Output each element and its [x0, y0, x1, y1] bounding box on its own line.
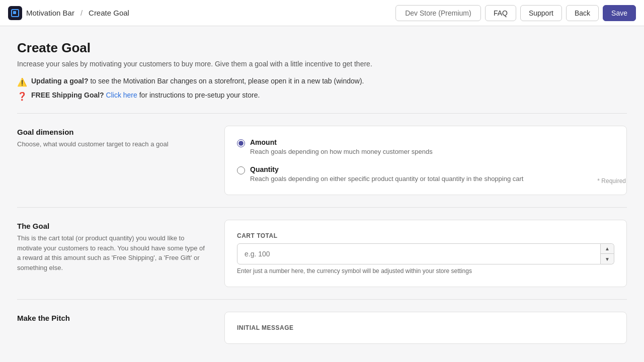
goal-dimension-card: Amount Reach goals depending on how much…: [224, 126, 627, 195]
radio-amount-content: Amount Reach goals depending on how much…: [250, 138, 433, 155]
the-goal-form: CART TOTAL * Required ▲ ▼ Enter just a n…: [224, 220, 627, 287]
radio-amount-desc: Reach goals depending on how much money …: [250, 148, 433, 155]
goal-dimension-options: Amount Reach goals depending on how much…: [224, 126, 627, 195]
info-icon: ❓: [17, 92, 27, 101]
radio-quantity-label: Quantity: [250, 165, 523, 173]
cart-total-input[interactable]: [237, 243, 601, 264]
goal-dimension-section: Goal dimension Choose, what would custom…: [17, 126, 627, 195]
divider-1: [17, 113, 627, 114]
the-goal-desc: This is the cart total (or product quant…: [17, 233, 208, 273]
initial-message-label: INITIAL MESSAGE: [237, 324, 614, 331]
back-button[interactable]: Back: [566, 5, 599, 21]
app-logo: [8, 6, 22, 20]
make-the-pitch-form: INITIAL MESSAGE: [224, 312, 627, 344]
divider-3: [17, 299, 627, 300]
radio-amount[interactable]: [237, 139, 245, 147]
spinner-controls: ▲ ▼: [601, 243, 614, 264]
save-button[interactable]: Save: [603, 5, 636, 21]
main-content: Create Goal Increase your sales by motiv…: [5, 26, 639, 358]
radio-quantity[interactable]: [237, 166, 245, 174]
radio-option-amount[interactable]: Amount Reach goals depending on how much…: [237, 138, 614, 155]
breadcrumb: Motivation Bar / Create Goal: [8, 6, 129, 20]
app-header: Motivation Bar / Create Goal Dev Store (…: [0, 0, 644, 26]
the-goal-card: CART TOTAL * Required ▲ ▼ Enter just a n…: [224, 220, 627, 287]
app-name: Motivation Bar: [26, 9, 74, 17]
click-here-link[interactable]: Click here: [106, 91, 137, 99]
make-the-pitch-title: Make the Pitch: [17, 314, 208, 322]
store-selector-button[interactable]: Dev Store (Premium): [395, 5, 481, 21]
radio-option-quantity[interactable]: Quantity Reach goals depending on either…: [237, 165, 614, 183]
goal-dimension-desc: Choose, what would customer target to re…: [17, 139, 208, 149]
faq-button[interactable]: FAQ: [485, 5, 516, 21]
spinner-down-button[interactable]: ▼: [601, 254, 614, 264]
make-the-pitch-section: Make the Pitch INITIAL MESSAGE: [17, 312, 627, 344]
required-label: * Required: [597, 177, 626, 185]
notice-updating-text: Updating a goal? to see the Motivation B…: [31, 77, 364, 85]
the-goal-section: The Goal This is the cart total (or prod…: [17, 220, 627, 287]
cart-total-label: CART TOTAL: [237, 232, 614, 239]
logo-icon: [11, 9, 19, 17]
header-actions: Dev Store (Premium) FAQ Support Back Sav…: [395, 5, 636, 21]
warning-icon: ⚠️: [17, 77, 27, 87]
radio-amount-label: Amount: [250, 138, 433, 146]
cart-total-hint: Enter just a number here, the currency s…: [237, 267, 614, 275]
page-title: Create Goal: [17, 40, 627, 56]
spinner-up-button[interactable]: ▲: [601, 244, 614, 254]
the-goal-description: The Goal This is the cart total (or prod…: [17, 220, 208, 287]
divider-2: [17, 207, 627, 208]
notice-updating: ⚠️ Updating a goal? to see the Motivatio…: [17, 77, 627, 87]
notice-shipping-text: FREE Shipping Goal? Click here for instr…: [31, 91, 260, 99]
make-the-pitch-card: INITIAL MESSAGE: [224, 312, 627, 344]
goal-dimension-description: Goal dimension Choose, what would custom…: [17, 126, 208, 195]
radio-quantity-desc: Reach goals depending on either specific…: [250, 175, 523, 183]
the-goal-title: The Goal: [17, 222, 208, 230]
goal-dimension-title: Goal dimension: [17, 128, 208, 136]
cart-total-input-group: * Required ▲ ▼: [237, 243, 614, 264]
radio-quantity-content: Quantity Reach goals depending on either…: [250, 165, 523, 183]
breadcrumb-page: Create Goal: [89, 9, 129, 17]
make-the-pitch-description: Make the Pitch: [17, 312, 208, 344]
notice-shipping: ❓ FREE Shipping Goal? Click here for ins…: [17, 91, 627, 101]
page-description: Increase your sales by motivating your c…: [17, 60, 627, 68]
support-button[interactable]: Support: [520, 5, 562, 21]
breadcrumb-separator: /: [80, 9, 83, 17]
